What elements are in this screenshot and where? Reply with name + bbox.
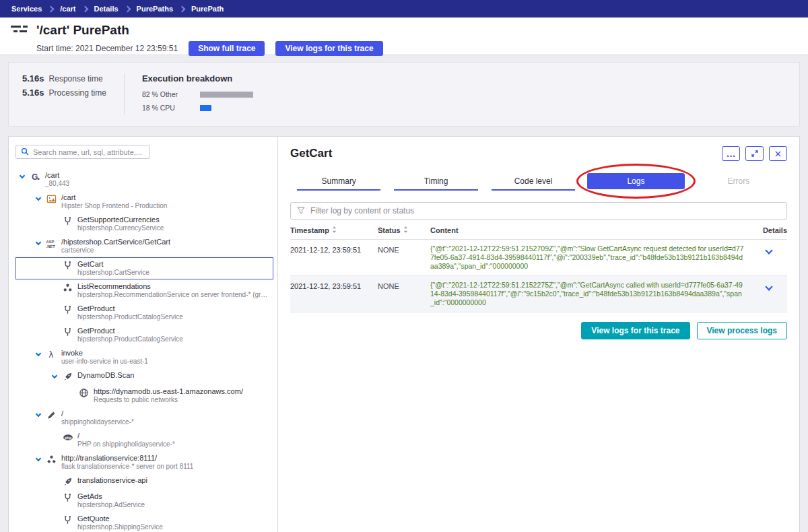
breadcrumb-item[interactable]: PurePaths: [131, 5, 179, 13]
tree-item-title: https://dynamodb.us-east-1.amazonaws.com…: [94, 387, 243, 396]
timing-metrics: 5.16s Response time 5.16s Processing tim…: [22, 73, 106, 102]
tree-item[interactable]: /shippingholidayservice-*: [15, 407, 273, 429]
column-header[interactable]: Timestamp: [290, 226, 378, 234]
svg-text:G: G: [32, 172, 38, 182]
browser-icon: [46, 193, 57, 204]
tree-item-title: GetProduct: [77, 327, 183, 335]
breadcrumb-item[interactable]: PurePath: [185, 5, 230, 13]
service-icon: [62, 215, 73, 226]
tree-item-subtitle: user-info-service in us-east-1: [61, 358, 148, 366]
tree-item[interactable]: DynamoDB.Scan: [15, 368, 273, 385]
rocket-icon: [62, 476, 73, 487]
expand-log-button[interactable]: [751, 244, 787, 271]
breakdown-row: 18 % CPU: [142, 104, 265, 112]
tab-timing[interactable]: Timing: [387, 172, 484, 191]
tree-item[interactable]: translationservice-api: [15, 473, 273, 490]
tree-search-input[interactable]: [33, 148, 145, 156]
service-icon: [62, 260, 73, 271]
show-full-trace-button[interactable]: Show full trace: [189, 41, 265, 56]
divider: [124, 73, 125, 115]
processing-time-value: 5.16s: [22, 88, 44, 98]
breadcrumb: Services/cartDetailsPurePathsPurePath: [0, 0, 808, 18]
close-button[interactable]: [769, 146, 787, 161]
tree-item[interactable]: ASP.NET/hipstershop.CartService/GetCartc…: [15, 235, 273, 257]
log-row: 2021-12-12, 23:59:51 NONE {"@t":"2021-12…: [290, 276, 787, 312]
view-process-logs-button[interactable]: View process logs: [697, 322, 788, 339]
expander-chevron-icon[interactable]: [36, 238, 46, 244]
expander-chevron-icon[interactable]: [36, 409, 46, 416]
tree-item[interactable]: https://dynamodb.us-east-1.amazonaws.com…: [15, 385, 273, 407]
tree-item[interactable]: GetSupportedCurrencieshipstershop.Curren…: [15, 213, 273, 235]
column-header[interactable]: Status: [378, 226, 430, 234]
tree-item[interactable]: ListRecommendationshipstershop.Recommend…: [15, 279, 273, 302]
tree-item-subtitle: cartservice: [61, 246, 170, 255]
tree-item[interactable]: /cartHipster Shop Frontend - Production: [15, 191, 273, 213]
tree-item-title: DynamoDB.Scan: [77, 371, 134, 380]
tree-search[interactable]: [15, 145, 150, 159]
tab-summary[interactable]: Summary: [290, 172, 387, 191]
tree-item[interactable]: GetQuotehipstershop.ShippingService: [15, 512, 273, 532]
tree-item[interactable]: G/cart_80,443: [15, 168, 273, 191]
expander-chevron-icon[interactable]: [20, 171, 30, 178]
more-actions-button[interactable]: …: [722, 146, 740, 161]
tree-item[interactable]: php/PHP on shippingholidayservice-*: [15, 429, 273, 451]
tree-item-subtitle: hipstershop.AdService: [77, 501, 145, 509]
page-title: '/cart' PurePath: [36, 23, 129, 38]
log-status: NONE: [378, 281, 430, 307]
service-icon: [62, 304, 73, 315]
service-icon: [62, 327, 73, 337]
tree-item-subtitle: hipstershop.ProductCatalogService: [77, 313, 183, 321]
tree-item-subtitle: _80,443: [45, 180, 69, 188]
node-detail-pane: GetCart … SummaryTimingCode levelLogsErr…: [278, 137, 799, 532]
expander-chevron-icon[interactable]: [36, 193, 46, 200]
tree-item[interactable]: GetProducthipstershop.ProductCatalogServ…: [15, 302, 273, 324]
log-filter-input[interactable]: [310, 206, 780, 215]
detail-title: GetCart: [290, 147, 332, 160]
log-content: {"@t":"2021-12-12T22:59:51.2152709Z","@m…: [430, 244, 751, 271]
sort-icon: [403, 226, 408, 234]
view-logs-trace-button[interactable]: View logs for this trace: [581, 322, 689, 339]
svg-text:php: php: [65, 435, 72, 439]
tree-item-subtitle: hipstershop.CartService: [77, 269, 149, 277]
trace-tree-pane: G/cart_80,443/cartHipster Shop Frontend …: [9, 137, 278, 532]
breadcrumb-item[interactable]: /cart: [54, 5, 81, 13]
tree-item-title: /: [77, 432, 175, 440]
service-icon: [62, 492, 73, 503]
tree-item-title: GetAds: [77, 492, 145, 501]
breakdown-bar: [200, 92, 265, 98]
tree-item[interactable]: GetCarthipstershop.CartService: [15, 257, 273, 279]
tree-item-title: GetProduct: [77, 304, 183, 313]
tree-item[interactable]: GetProducthipstershop.ProductCatalogServ…: [15, 324, 273, 346]
tree-item[interactable]: GetAdshipstershop.AdService: [15, 490, 273, 512]
tree-item-title: GetQuote: [77, 514, 163, 523]
tree-item-title: invoke: [61, 349, 148, 358]
expander-chevron-icon[interactable]: [36, 349, 46, 356]
breakdown-label: 18 % CPU: [142, 104, 200, 112]
tab-code-level[interactable]: Code level: [485, 172, 582, 191]
breadcrumb-item[interactable]: Details: [88, 5, 125, 13]
log-table-header: TimestampStatusContentDetails: [290, 220, 787, 240]
expander-chevron-icon[interactable]: [36, 454, 46, 461]
svg-text:λ: λ: [48, 350, 53, 360]
tree-item-title: /hipstershop.CartService/GetCart: [61, 238, 170, 246]
tree-item-subtitle: hipstershop.ShippingService: [77, 523, 163, 531]
expand-log-button[interactable]: [751, 281, 787, 307]
breadcrumb-item[interactable]: Services: [5, 5, 48, 13]
page-header: '/cart' PurePath Start time: 2021 Decemb…: [0, 18, 808, 55]
view-logs-header-button[interactable]: View logs for this trace: [275, 41, 382, 56]
response-time-label: Response time: [49, 74, 103, 84]
log-filter[interactable]: [290, 202, 787, 220]
tree-item[interactable]: http://translationservice:8111/flask tra…: [15, 451, 273, 473]
detail-tabs: SummaryTimingCode levelLogsErrors: [290, 172, 787, 191]
expand-button[interactable]: [745, 146, 764, 161]
tree-item-title: ListRecommendations: [77, 282, 270, 291]
tree-item-subtitle: shippingholidayservice-*: [61, 418, 134, 426]
expander-chevron-icon[interactable]: [53, 371, 62, 378]
tab-logs[interactable]: Logs: [587, 173, 684, 189]
tree-item-subtitle: hipstershop.ProductCatalogService: [77, 335, 183, 343]
tree-item-title: /: [61, 409, 134, 418]
tree-item-title: GetSupportedCurrencies: [77, 215, 164, 224]
tree-item[interactable]: λinvokeuser-info-service in us-east-1: [15, 346, 273, 368]
rocket-icon: [62, 371, 73, 382]
svg-text:ASP: ASP: [46, 239, 55, 243]
